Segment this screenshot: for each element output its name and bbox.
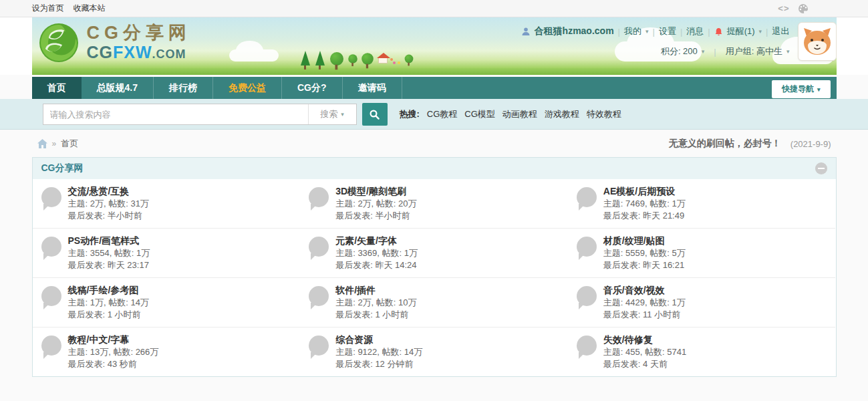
forum-stats: 主题: 9122, 帖数: 14万 xyxy=(335,346,422,358)
forum-last-post-link[interactable]: 最后发表: 昨天 23:17 xyxy=(68,259,150,271)
hot-link-cg-tutorial[interactable]: CG教程 xyxy=(427,108,458,120)
forum-cell: 线稿/手绘/参考图 主题: 1万, 帖数: 14万 最后发表: 1 小时前 xyxy=(33,277,301,327)
site-logo[interactable]: CG分享网 CGFXW.COM xyxy=(37,21,192,64)
my-menu[interactable]: 我的 xyxy=(624,25,641,37)
user-panel: 合租猫hzmao.com | 我的▾ | 设置 | 消息 | 提醒(1)▾ | … xyxy=(521,24,790,59)
forum-stats: 主题: 2万, 帖数: 20万 xyxy=(335,198,416,210)
forum-bubble-icon[interactable] xyxy=(309,187,329,207)
forum-title-link[interactable]: 线稿/手绘/参考图 xyxy=(68,284,149,297)
hot-link-animation[interactable]: 动画教程 xyxy=(502,108,537,120)
forum-last-post-link[interactable]: 最后发表: 昨天 14:24 xyxy=(335,259,418,271)
forum-stats: 主题: 3369, 帖数: 1万 xyxy=(335,247,418,259)
forum-last-post-link[interactable]: 最后发表: 半小时前 xyxy=(68,210,149,222)
forum-title-link[interactable]: 材质/纹理/贴图 xyxy=(603,235,686,247)
forum-last-post-link[interactable]: 最后发表: 1 小时前 xyxy=(335,309,416,321)
forum-cell: 3D模型/雕刻笔刷 主题: 2万, 帖数: 20万 最后发表: 半小时前 xyxy=(300,179,568,228)
hot-link-game[interactable]: 游戏教程 xyxy=(545,108,579,120)
forum-bubble-icon[interactable] xyxy=(41,336,61,356)
messages-link[interactable]: 消息 xyxy=(686,25,704,37)
chevron-down-icon: ▾ xyxy=(702,48,705,55)
forum-bubble-icon[interactable] xyxy=(577,336,597,356)
forum-title-link[interactable]: 元素/矢量/字体 xyxy=(335,235,418,247)
forum-panel-header: CG分享网 xyxy=(33,158,836,179)
tree-art xyxy=(315,51,325,65)
forum-info: 交流/悬赏/互换 主题: 2万, 帖数: 31万 最后发表: 半小时前 xyxy=(68,185,149,222)
nav-item-free-charity[interactable]: 免费公益 xyxy=(213,77,282,99)
tree-art xyxy=(301,51,310,65)
user-icon xyxy=(521,27,531,36)
forum-bubble-icon[interactable] xyxy=(41,286,61,306)
forum-title-link[interactable]: 失效/待修复 xyxy=(603,333,686,346)
code-switch-icon[interactable]: <> xyxy=(778,3,789,13)
header-banner: CG分享网 CGFXW.COM 合租猫hzmao.com | 我的▾ | 设置 … xyxy=(0,17,868,75)
forum-bubble-icon[interactable] xyxy=(309,286,329,306)
forum-bubble-icon[interactable] xyxy=(577,286,597,306)
forum-bubble-icon[interactable] xyxy=(577,187,597,207)
bookmark-site-link[interactable]: 收藏本站 xyxy=(74,3,106,14)
forum-cell: PS动作/画笔样式 主题: 3554, 帖数: 1万 最后发表: 昨天 23:1… xyxy=(33,228,301,277)
user-avatar[interactable] xyxy=(798,22,837,61)
search-type-dropdown[interactable]: 搜索▾ xyxy=(308,104,356,124)
tree-art xyxy=(361,53,374,65)
site-title: CG分享网 xyxy=(87,23,192,43)
forum-bubble-icon[interactable] xyxy=(577,237,597,257)
forum-title-link[interactable]: 软件/插件 xyxy=(335,284,416,297)
forum-bubble-icon[interactable] xyxy=(41,187,61,207)
forum-bubble-icon[interactable] xyxy=(41,237,61,257)
nav-item-cg-points[interactable]: CG分? xyxy=(282,77,343,99)
forum-info: PS动作/画笔样式 主题: 3554, 帖数: 1万 最后发表: 昨天 23:1… xyxy=(68,235,150,271)
forum-bubble-icon[interactable] xyxy=(309,237,329,257)
nav-item-invite-code[interactable]: 邀请码 xyxy=(343,77,402,99)
nav-item-rules[interactable]: 总版规4.7 xyxy=(82,77,154,99)
logout-link[interactable]: 退出 xyxy=(772,25,790,37)
forum-last-post-link[interactable]: 最后发表: 1 小时前 xyxy=(68,309,149,321)
hot-link-vfx[interactable]: 特效教程 xyxy=(587,108,621,120)
forum-cell: 音乐/音效/视效 主题: 4429, 帖数: 1万 最后发表: 11 小时前 xyxy=(568,277,836,327)
theme-palette-icon[interactable] xyxy=(798,3,809,14)
forum-stats: 主题: 4429, 帖数: 1万 xyxy=(603,297,686,309)
forum-bubble-icon[interactable] xyxy=(309,336,329,356)
forum-title-link[interactable]: AE模板/后期预设 xyxy=(603,185,686,198)
forum-title-link[interactable]: 交流/悬赏/互换 xyxy=(68,185,149,198)
forum-last-post-link[interactable]: 最后发表: 4 天前 xyxy=(603,358,686,370)
credits-dropdown[interactable]: 积分: 200 xyxy=(661,45,698,57)
reminder-link[interactable]: 提醒(1) xyxy=(727,25,755,37)
forum-info: 线稿/手绘/参考图 主题: 1万, 帖数: 14万 最后发表: 1 小时前 xyxy=(68,284,149,321)
search-input[interactable] xyxy=(43,110,308,120)
forum-title-link[interactable]: 音乐/音效/视效 xyxy=(603,284,686,297)
usergroup-dropdown[interactable]: 用户组: 高中生 xyxy=(726,45,782,57)
quick-nav-button[interactable]: 快捷导航▾ xyxy=(772,80,831,98)
forum-last-post-link[interactable]: 最后发表: 43 秒前 xyxy=(68,358,159,370)
forum-last-post-link[interactable]: 最后发表: 12 分钟前 xyxy=(335,358,422,370)
forum-title-link[interactable]: 3D模型/雕刻笔刷 xyxy=(335,185,416,198)
forum-last-post-link[interactable]: 最后发表: 11 小时前 xyxy=(603,309,686,321)
chevron-down-icon: ▾ xyxy=(759,28,762,35)
forum-info: 失效/待修复 主题: 455, 帖数: 5741 最后发表: 4 天前 xyxy=(603,333,686,370)
chevron-down-icon: ▾ xyxy=(341,111,344,118)
flower-art xyxy=(398,61,400,64)
user-stats-row: 积分: 200▾ | 用户组: 高中生▾ xyxy=(521,44,790,59)
forum-last-post-link[interactable]: 最后发表: 昨天 16:21 xyxy=(603,259,686,271)
hot-link-cg-model[interactable]: CG模型 xyxy=(464,108,495,120)
forum-info: 3D模型/雕刻笔刷 主题: 2万, 帖数: 20万 最后发表: 半小时前 xyxy=(335,185,416,222)
nav-item-home[interactable]: 首页 xyxy=(32,77,82,99)
forum-last-post-link[interactable]: 最后发表: 昨天 21:49 xyxy=(603,210,686,222)
set-homepage-link[interactable]: 设为首页 xyxy=(32,3,64,14)
forum-title-link[interactable]: PS动作/画笔样式 xyxy=(68,235,150,247)
announcement-link[interactable]: 无意义的刷回帖，必封号！ xyxy=(669,138,781,150)
settings-link[interactable]: 设置 xyxy=(659,25,676,37)
forum-last-post-link[interactable]: 最后发表: 半小时前 xyxy=(335,210,416,222)
breadcrumb-home-link[interactable]: 首页 xyxy=(61,138,78,150)
forum-title-link[interactable]: 综合资源 xyxy=(335,333,422,346)
forum-category-title[interactable]: CG分享网 xyxy=(41,162,84,174)
user-menu-row: 合租猫hzmao.com | 我的▾ | 设置 | 消息 | 提醒(1)▾ | … xyxy=(521,24,790,39)
username-link[interactable]: 合租猫hzmao.com xyxy=(535,25,614,37)
forum-title-link[interactable]: 教程/中文/字幕 xyxy=(68,333,159,346)
hot-search-label: 热搜: xyxy=(400,108,420,120)
forum-stats: 主题: 3554, 帖数: 1万 xyxy=(68,247,150,259)
collapse-icon[interactable] xyxy=(815,162,827,174)
nav-item-ranking[interactable]: 排行榜 xyxy=(154,77,213,99)
search-button[interactable] xyxy=(362,103,388,126)
home-icon[interactable] xyxy=(37,139,47,148)
forum-stats: 主题: 2万, 帖数: 31万 xyxy=(68,198,149,210)
